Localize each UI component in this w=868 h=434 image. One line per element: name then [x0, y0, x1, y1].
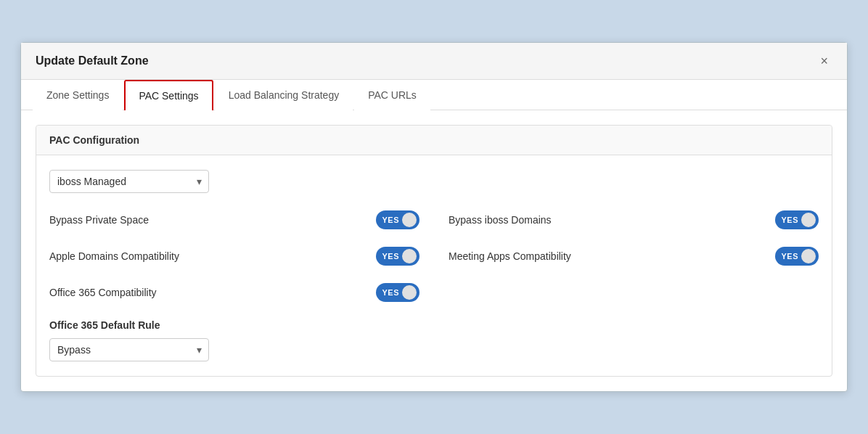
bypass-iboss-domains-knob — [801, 213, 816, 227]
pac-configuration-card: PAC Configuration iboss Managed Custom N… — [36, 125, 832, 377]
office365-compatibility-knob — [402, 285, 417, 300]
empty-cell — [449, 280, 819, 305]
modal-body: PAC Configuration iboss Managed Custom N… — [21, 110, 847, 391]
bypass-private-space-value: YES — [382, 216, 399, 224]
meeting-apps-label: Meeting Apps Compatibility — [449, 250, 571, 262]
bypass-iboss-domains-value: YES — [781, 216, 798, 224]
pac-configuration-header: PAC Configuration — [36, 126, 832, 155]
managed-select[interactable]: iboss Managed Custom None — [49, 170, 209, 193]
office365-default-rule-label: Office 365 Default Rule — [49, 319, 819, 331]
managed-dropdown-row: iboss Managed Custom None — [49, 170, 819, 193]
close-button[interactable]: × — [816, 53, 832, 69]
pac-configuration-body: iboss Managed Custom None Bypass Private… — [36, 155, 832, 376]
office365-compatibility-label: Office 365 Compatibility — [49, 287, 157, 298]
bypass-private-space-label: Bypass Private Space — [49, 214, 149, 226]
meeting-apps-value: YES — [781, 252, 798, 261]
modal-title: Update Default Zone — [36, 54, 149, 67]
office365-compatibility-toggle[interactable]: YES — [376, 283, 419, 302]
apple-domains-label: Apple Domains Compatibility — [49, 250, 179, 262]
tab-pac-urls[interactable]: PAC URLs — [354, 80, 430, 110]
bypass-iboss-domains-toggle[interactable]: YES — [775, 210, 819, 229]
meeting-apps-row: Meeting Apps Compatibility YES — [449, 244, 819, 269]
meeting-apps-toggle[interactable]: YES — [775, 247, 819, 266]
tab-load-balancing[interactable]: Load Balancing Strategy — [215, 80, 353, 110]
modal-header: Update Default Zone × — [21, 43, 847, 80]
office365-default-rule-section: Office 365 Default Rule Bypass Proxy Dir… — [49, 319, 819, 361]
apple-domains-row: Apple Domains Compatibility YES — [49, 244, 419, 269]
bypass-iboss-domains-label: Bypass iboss Domains — [449, 214, 552, 226]
office365-rule-select-wrapper[interactable]: Bypass Proxy Direct — [49, 338, 209, 361]
bypass-private-space-knob — [402, 213, 417, 227]
apple-domains-knob — [402, 249, 417, 263]
office365-compatibility-row: Office 365 Compatibility YES — [49, 280, 419, 305]
bypass-private-space-row: Bypass Private Space YES — [49, 208, 419, 232]
tab-bar: Zone Settings PAC Settings Load Balancin… — [21, 80, 847, 110]
managed-select-wrapper[interactable]: iboss Managed Custom None — [49, 170, 209, 193]
modal-update-default-zone: Update Default Zone × Zone Settings PAC … — [20, 42, 848, 392]
apple-domains-toggle[interactable]: YES — [376, 247, 419, 266]
meeting-apps-knob — [801, 249, 816, 263]
tab-pac-settings[interactable]: PAC Settings — [124, 80, 213, 110]
toggles-grid: Bypass Private Space YES Bypass iboss Do… — [49, 208, 819, 305]
tab-zone-settings[interactable]: Zone Settings — [33, 80, 123, 110]
apple-domains-value: YES — [382, 252, 399, 261]
office365-compatibility-value: YES — [382, 288, 399, 297]
bypass-iboss-domains-row: Bypass iboss Domains YES — [449, 208, 819, 232]
bypass-private-space-toggle[interactable]: YES — [376, 210, 419, 229]
office365-rule-select[interactable]: Bypass Proxy Direct — [49, 338, 209, 361]
